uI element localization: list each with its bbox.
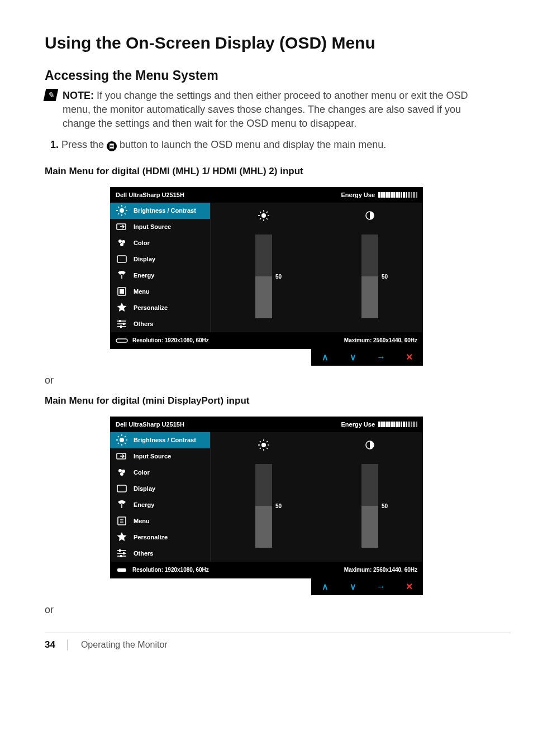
contrast-value: 50	[382, 273, 388, 279]
brightness-pane: 50	[211, 203, 317, 332]
nav-buttons: ∧ ∨ → ✕	[311, 578, 423, 595]
energy-use-label: Energy Use	[341, 421, 375, 428]
brightness-bar[interactable]: 50	[255, 464, 272, 548]
menu-label: Brightness / Contrast	[134, 437, 196, 443]
note-body: If you change the settings and then eith…	[63, 90, 468, 129]
menu-label: Color	[134, 240, 150, 246]
brightness-pane-icon	[258, 438, 270, 452]
note-text: NOTE: If you change the settings and the…	[63, 89, 488, 130]
menu-item-brightness[interactable]: Brightness / Contrast	[110, 203, 210, 219]
page-title: Using the On-Screen Display (OSD) Menu	[45, 34, 488, 52]
nav-close-button[interactable]: ✕	[395, 578, 423, 595]
osd-title: Dell UltraSharp U2515H	[116, 421, 184, 428]
brightness-pane: 50	[211, 432, 317, 562]
menu-button-icon	[107, 141, 117, 151]
menu-item-color[interactable]: Color	[110, 465, 210, 481]
osd-title: Dell UltraSharp U2515H	[116, 192, 184, 198]
star-icon	[116, 531, 128, 543]
nav-enter-button[interactable]: →	[367, 578, 395, 595]
note-label: NOTE:	[63, 90, 94, 101]
mdp-section-label: Main Menu for digital (mini DisplayPort)…	[45, 395, 488, 406]
menu-item-menu[interactable]: Menu	[110, 513, 210, 529]
menu-label: Display	[134, 256, 155, 262]
energy-meter-icon	[378, 192, 417, 198]
sliders-icon	[116, 318, 128, 330]
hdmi-section-label: Main Menu for digital (HDMI (MHL) 1/ HDM…	[45, 166, 488, 177]
display-icon	[116, 482, 128, 495]
osd-menu-column: Brightness / Contrast Input Source Color…	[110, 203, 211, 332]
contrast-pane: 50	[317, 203, 423, 332]
osd-statusbar: Resolution: 1920x1080, 60Hz Maximum: 256…	[110, 332, 423, 349]
menu-label: Input Source	[134, 223, 171, 230]
energy-meter-icon	[378, 422, 417, 427]
resolution-text: Resolution: 1920x1080, 60Hz	[132, 337, 209, 343]
menu-item-color[interactable]: Color	[110, 235, 210, 251]
brightness-icon	[116, 434, 128, 446]
menu-label: Display	[134, 485, 155, 492]
menu-item-energy[interactable]: Energy	[110, 497, 210, 513]
nav-enter-button[interactable]: →	[367, 349, 395, 366]
input-icon	[116, 221, 128, 233]
nav-up-button[interactable]: ∧	[311, 349, 339, 366]
or-text-2: or	[45, 604, 488, 616]
contrast-pane-icon	[364, 208, 376, 223]
contrast-value: 50	[382, 503, 388, 509]
section-subtitle: Accessing the Menu System	[45, 68, 488, 83]
menu-item-input[interactable]: Input Source	[110, 448, 210, 465]
menu-item-display[interactable]: Display	[110, 481, 210, 497]
note-block: ✎ NOTE: If you change the settings and t…	[45, 89, 488, 130]
display-icon	[116, 253, 128, 265]
menu-label: Personalize	[134, 534, 168, 540]
contrast-pane: 50	[317, 432, 423, 562]
menu-item-others[interactable]: Others	[110, 546, 210, 562]
page-number: 34	[45, 639, 55, 650]
menu-icon	[116, 285, 128, 298]
maximum-text: Maximum: 2560x1440, 60Hz	[344, 337, 417, 343]
nav-down-button[interactable]: ∨	[339, 578, 367, 595]
menu-item-energy[interactable]: Energy	[110, 267, 210, 284]
energy-icon	[116, 269, 128, 281]
menu-item-others[interactable]: Others	[110, 316, 210, 332]
resolution-text: Resolution: 1920x1080, 60Hz	[132, 567, 209, 573]
contrast-pane-icon	[364, 438, 376, 452]
osd-titlebar: Dell UltraSharp U2515H Energy Use	[110, 187, 423, 203]
step-1: Press the button to launch the OSD menu …	[61, 138, 488, 152]
sliders-icon	[116, 547, 128, 559]
contrast-bar[interactable]: 50	[361, 235, 378, 318]
menu-item-brightness[interactable]: Brightness / Contrast	[110, 432, 210, 448]
osd-menu-column: Brightness / Contrast Input Source Color…	[110, 432, 211, 562]
energy-icon	[116, 499, 128, 511]
or-text-1: or	[45, 375, 488, 386]
contrast-bar[interactable]: 50	[361, 464, 378, 548]
nav-down-button[interactable]: ∨	[339, 349, 367, 366]
brightness-value: 50	[275, 503, 282, 509]
footer-divider: │	[65, 640, 71, 650]
energy-use-label: Energy Use	[341, 192, 375, 198]
osd-titlebar: Dell UltraSharp U2515H Energy Use	[110, 417, 423, 432]
menu-label: Input Source	[134, 453, 171, 460]
menu-label: Energy	[134, 272, 154, 279]
osd-hdmi: Dell UltraSharp U2515H Energy Use Bright…	[110, 187, 423, 366]
menu-item-personalize[interactable]: Personalize	[110, 529, 210, 546]
menu-label: Personalize	[134, 304, 168, 311]
osd-statusbar: Resolution: 1920x1080, 60Hz Maximum: 256…	[110, 562, 423, 578]
menu-label: Others	[134, 320, 153, 327]
color-icon	[116, 466, 128, 479]
footer-text: Operating the Monitor	[81, 640, 168, 650]
maximum-text: Maximum: 2560x1440, 60Hz	[344, 567, 417, 573]
star-icon	[116, 302, 128, 314]
menu-label: Brightness / Contrast	[134, 207, 196, 214]
hdmi-icon	[116, 334, 128, 347]
menu-label: Menu	[134, 518, 150, 524]
step1-post: button to launch the OSD menu and displa…	[117, 139, 386, 150]
menu-item-menu[interactable]: Menu	[110, 284, 210, 300]
menu-item-display[interactable]: Display	[110, 251, 210, 267]
menu-label: Others	[134, 550, 153, 557]
menu-item-input[interactable]: Input Source	[110, 219, 210, 235]
brightness-icon	[116, 204, 128, 217]
steps-list: Press the button to launch the OSD menu …	[61, 138, 488, 152]
brightness-bar[interactable]: 50	[255, 235, 272, 318]
menu-item-personalize[interactable]: Personalize	[110, 300, 210, 316]
nav-up-button[interactable]: ∧	[311, 578, 339, 595]
nav-close-button[interactable]: ✕	[395, 349, 423, 366]
